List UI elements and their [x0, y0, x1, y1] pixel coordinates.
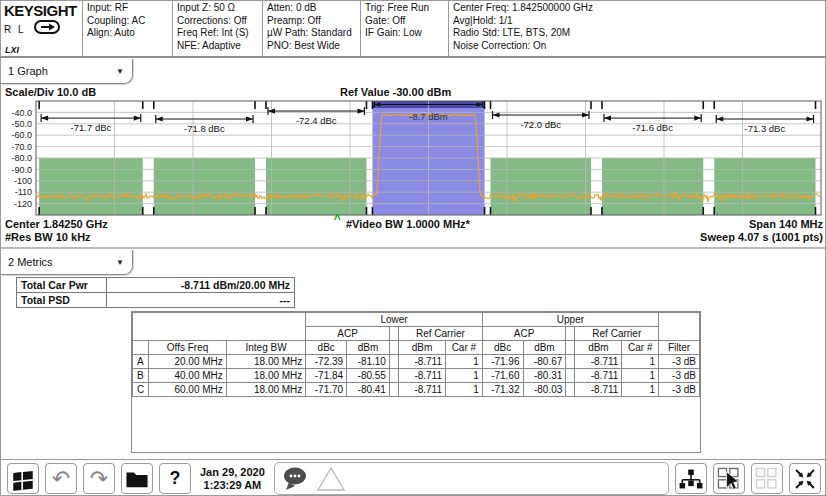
header-info-cell-1: Input Z: 50 ΩCorrections: OffFreq Ref: I…	[173, 1, 263, 56]
folder-icon	[124, 467, 150, 491]
center-freq-label: Center 1.84250 GHz	[5, 218, 108, 231]
acp-results-box: Lower Upper ACP Ref Carrier ACP Ref Carr…	[131, 311, 701, 453]
scale-div-label: Scale/Div 10.0 dB	[5, 86, 96, 98]
svg-text:-8.7 dBm: -8.7 dBm	[409, 111, 448, 122]
window-layout-icon	[754, 466, 780, 492]
file-explorer-button[interactable]	[121, 463, 153, 494]
windows-logo-icon	[10, 466, 36, 492]
logo-cell: KEYSIGHT R L LXI	[1, 1, 83, 56]
header-info-cell-4: Center Freq: 1.842500000 GHzAvg|Hold: 1/…	[449, 1, 826, 56]
spectrum-svg: -71.7 dBc-71.8 dBc-72.4 dBc-72.0 dBc-71.…	[1, 98, 826, 218]
brand-logo: KEYSIGHT	[4, 2, 79, 19]
window-select-button[interactable]	[713, 463, 745, 494]
lxi-label: LXI	[5, 45, 19, 55]
window-layout-button	[751, 463, 783, 494]
svg-text:-70.0: -70.0	[11, 142, 32, 152]
svg-text:-100: -100	[14, 176, 32, 186]
dropdown-arrow-icon: ▼	[116, 67, 124, 76]
redo-icon: ↷	[90, 468, 108, 490]
alert-triangle-icon	[316, 465, 346, 493]
svg-text:-80.0: -80.0	[11, 153, 32, 163]
metrics-selector-dropdown[interactable]: 2 Metrics ▼	[1, 250, 133, 275]
svg-text:-40.0: -40.0	[11, 108, 32, 118]
undo-icon: ↶	[52, 468, 70, 490]
acp-row-C: C60.00 MHz18.00 MHz-71.70-80.41-8.7111-7…	[133, 383, 700, 397]
svg-text:-72.4 dBc: -72.4 dBc	[296, 115, 337, 126]
metrics-selector-label: 2 Metrics	[8, 256, 53, 268]
svg-text:-71.7 dBc: -71.7 dBc	[71, 122, 112, 133]
message-area[interactable]	[274, 462, 669, 495]
fullscreen-toggle-button[interactable]	[789, 463, 821, 494]
help-button[interactable]: ?	[159, 463, 191, 494]
svg-text:-60.0: -60.0	[11, 130, 32, 140]
upper-group-header: Upper	[482, 313, 658, 327]
header-info-cells: Input: RFCoupling: ACAlign: AutoInput Z:…	[83, 1, 826, 56]
svg-text:-110: -110	[15, 187, 32, 197]
scale-row: Scale/Div 10.0 dB Ref Value -30.00 dBm	[1, 86, 826, 98]
message-bubble-icon	[280, 464, 312, 494]
power-summary-table: Total Car Pwr-8.711 dBm/20.00 MHzTotal P…	[16, 277, 295, 308]
continuous-sweep-icon	[34, 20, 60, 38]
sequence-setup-button[interactable]	[675, 463, 707, 494]
svg-text:-72.0 dBc: -72.0 dBc	[520, 119, 561, 130]
section-divider	[1, 247, 826, 249]
header-info-cell-2: Atten: 0 dBPreamp: OffµW Path: StandardP…	[263, 1, 361, 56]
graph-annotations: ^ Center 1.84250 GHz #Res BW 10 kHz #Vid…	[1, 218, 826, 247]
res-bw-label: #Res BW 10 kHz	[5, 231, 108, 244]
analyzer-screen: KEYSIGHT R L LXI Input: RFCoupling: ACAl…	[0, 0, 826, 496]
datetime-display: Jan 29, 2020 1:23:29 AM	[197, 466, 268, 492]
mode-label: R L	[4, 24, 26, 35]
windows-start-button[interactable]	[7, 463, 39, 494]
lower-group-header: Lower	[306, 313, 482, 327]
redo-button[interactable]: ↷	[83, 463, 115, 494]
acp-results-table: Lower Upper ACP Ref Carrier ACP Ref Carr…	[132, 312, 700, 397]
span-label: Span 140 MHz	[700, 218, 823, 231]
header-info-cell-0: Input: RFCoupling: ACAlign: Auto	[83, 1, 173, 56]
acp-row-A: A20.00 MHz18.00 MHz-72.39-81.10-8.7111-7…	[133, 355, 700, 369]
touch-select-icon	[716, 466, 742, 492]
svg-text:-50.0: -50.0	[11, 119, 32, 129]
video-bw-label: #Video BW 1.0000 MHz*	[346, 218, 470, 230]
acp-row-B: B40.00 MHz18.00 MHz-71.84-80.55-8.7111-7…	[133, 369, 700, 383]
svg-text:-120: -120	[14, 199, 32, 209]
svg-text:-71.8 dBc: -71.8 dBc	[184, 123, 225, 134]
svg-text:-90.0: -90.0	[11, 165, 32, 175]
sequence-icon	[678, 467, 704, 491]
dropdown-arrow-icon: ▼	[116, 258, 124, 267]
graph-selector-dropdown[interactable]: 1 Graph ▼	[1, 59, 133, 84]
undo-button[interactable]: ↶	[45, 463, 77, 494]
summary-row: Total Car Pwr-8.711 dBm/20.00 MHz	[17, 278, 295, 293]
spectrum-plot[interactable]: -71.7 dBc-71.8 dBc-72.4 dBc-72.0 dBc-71.…	[1, 98, 826, 218]
acp-group-header-row: Lower Upper	[133, 313, 700, 327]
header-info-cell-3: Trig: Free RunGate: OffIF Gain: Low	[361, 1, 449, 56]
help-icon: ?	[170, 468, 181, 489]
svg-text:-71.6 dBc: -71.6 dBc	[632, 122, 673, 133]
graph-selector-label: 1 Graph	[8, 65, 48, 77]
svg-text:-71.3 dBc: -71.3 dBc	[745, 123, 786, 134]
summary-row: Total PSD---	[17, 293, 295, 308]
sweep-label: Sweep 4.07 s (1001 pts)	[700, 231, 823, 244]
header-bar: KEYSIGHT R L LXI Input: RFCoupling: ACAl…	[1, 1, 826, 58]
bottom-toolbar: ↶ ↷ ? Jan 29, 2020 1:23:29 AM	[1, 459, 826, 496]
ref-value-label: Ref Value -30.00 dBm	[340, 86, 451, 98]
acp-column-header-row: Offs Freq Integ BW dBc dBm dBm Car # dBc…	[133, 341, 700, 355]
collapse-arrows-icon	[792, 466, 818, 492]
trigger-caret-marker: ^	[334, 212, 341, 226]
